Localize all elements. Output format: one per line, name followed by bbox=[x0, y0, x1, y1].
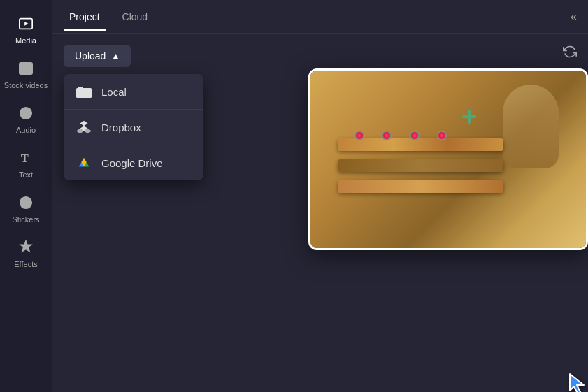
bracelet-3 bbox=[338, 180, 503, 193]
sidebar-item-stickers[interactable]: Stickers bbox=[0, 186, 52, 231]
sidebar-item-media-label: Media bbox=[15, 36, 36, 45]
dropbox-icon bbox=[76, 119, 92, 135]
svg-marker-1 bbox=[24, 22, 29, 26]
svg-marker-18 bbox=[570, 374, 584, 392]
svg-rect-17 bbox=[78, 89, 90, 91]
audio-icon bbox=[16, 103, 36, 123]
sidebar-item-audio-label: Audio bbox=[16, 126, 36, 134]
dropdown-item-local[interactable]: Local bbox=[64, 74, 203, 109]
cursor-arrow-icon bbox=[567, 371, 588, 392]
main-content: Project Cloud « Upload ▲ bbox=[52, 0, 588, 392]
preview-image bbox=[310, 71, 586, 248]
svg-text:T: T bbox=[21, 152, 29, 165]
image-preview bbox=[308, 68, 588, 250]
collapse-button[interactable]: « bbox=[571, 10, 577, 23]
media-icon bbox=[16, 14, 36, 34]
sidebar-item-media[interactable]: Media bbox=[0, 7, 52, 52]
cross-decoration bbox=[462, 110, 476, 124]
dropdown-google-drive-label: Google Drive bbox=[101, 157, 163, 169]
effects-icon bbox=[16, 238, 36, 257]
dropdown-dropbox-label: Dropbox bbox=[101, 122, 141, 133]
upload-dropdown: Local Dropbox bbox=[64, 74, 203, 180]
local-icon bbox=[76, 84, 92, 99]
sidebar-item-effects-label: Effects bbox=[14, 260, 37, 268]
sidebar-item-effects[interactable]: Effects bbox=[0, 231, 52, 275]
sidebar-item-text-label: Text bbox=[19, 170, 33, 179]
sidebar-item-stock-videos[interactable]: Stock videos bbox=[0, 52, 52, 96]
svg-rect-2 bbox=[20, 63, 32, 75]
dropdown-item-dropbox[interactable]: Dropbox bbox=[64, 109, 203, 145]
stock-videos-icon bbox=[16, 59, 36, 78]
svg-point-7 bbox=[23, 110, 28, 115]
content-area: Upload ▲ Local bbox=[52, 34, 588, 392]
dropdown-local-label: Local bbox=[101, 86, 127, 98]
svg-rect-16 bbox=[78, 87, 83, 89]
google-drive-icon bbox=[76, 155, 92, 170]
sidebar-item-text[interactable]: T Text bbox=[0, 141, 52, 186]
tabs-bar: Project Cloud « bbox=[52, 0, 588, 34]
tab-cloud[interactable]: Cloud bbox=[117, 3, 154, 31]
bracelet-1 bbox=[338, 138, 503, 151]
sidebar-item-stock-videos-label: Stock videos bbox=[4, 81, 48, 89]
tab-project[interactable]: Project bbox=[64, 3, 106, 31]
dropdown-item-google-drive[interactable]: Google Drive bbox=[64, 145, 203, 180]
upload-chevron-icon: ▲ bbox=[111, 51, 120, 61]
refresh-icon bbox=[563, 45, 577, 59]
sidebar-item-stickers-label: Stickers bbox=[12, 215, 39, 224]
upload-label: Upload bbox=[75, 50, 106, 61]
text-icon: T bbox=[16, 148, 36, 168]
finger-decoration bbox=[503, 85, 559, 168]
stickers-icon bbox=[16, 193, 36, 212]
sidebar-item-audio[interactable]: Audio bbox=[0, 96, 52, 141]
bracelet-2 bbox=[338, 159, 503, 172]
upload-button[interactable]: Upload ▲ bbox=[64, 45, 131, 67]
refresh-button[interactable] bbox=[563, 45, 577, 62]
sidebar: Media Stock videos Audio T Text Stickers… bbox=[0, 0, 52, 392]
